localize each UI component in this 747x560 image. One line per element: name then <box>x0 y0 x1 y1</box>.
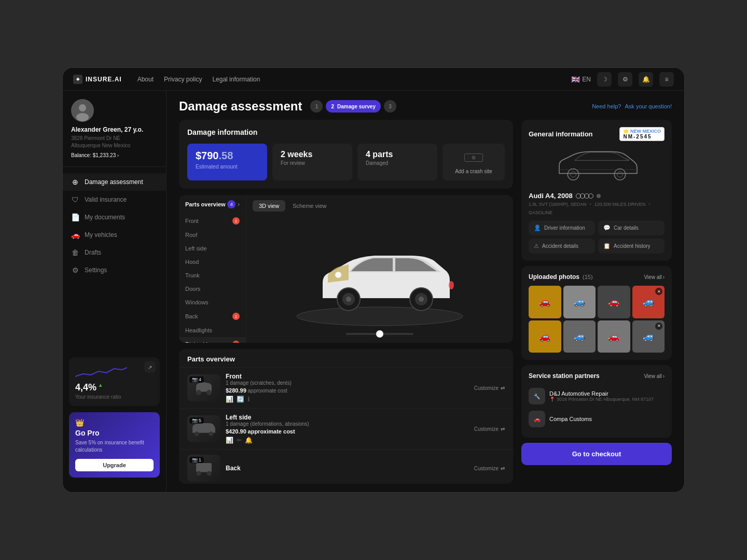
tab-3d-view[interactable]: 3D view <box>253 200 285 212</box>
svg-point-27 <box>614 169 626 180</box>
parts-chevron-icon[interactable]: › <box>238 201 240 208</box>
leftside-customize-btn[interactable]: Customize ⇄ <box>474 426 505 432</box>
photos-title: Uploaded photos <box>529 273 579 281</box>
theme-toggle[interactable]: ☽ <box>597 72 612 87</box>
step-3[interactable]: 3 <box>384 100 396 113</box>
nav-about[interactable]: About <box>137 76 154 83</box>
sidebar-item-vehicles[interactable]: 🚗 My vehicles <box>63 226 166 244</box>
photo-7[interactable]: 🚗 <box>598 320 630 353</box>
sidebar-item-drafts[interactable]: 🗑 Drafts <box>63 244 166 261</box>
checkout-button[interactable]: Go to checkout <box>521 443 672 465</box>
refresh-icon[interactable]: 🔄 <box>237 396 244 403</box>
tab-scheme-view[interactable]: Scheme view <box>286 200 333 212</box>
chart-icon[interactable]: 📊 <box>226 396 233 403</box>
photo-3[interactable]: 🚗 <box>598 286 630 318</box>
accident-details-btn[interactable]: ⚠ Accident details <box>529 239 595 254</box>
part-item-leftside[interactable]: Left side <box>179 242 246 255</box>
upgrade-button[interactable]: Upgrade <box>75 459 154 471</box>
front-badge: 1 <box>232 217 240 225</box>
parts-list-title: Parts overview <box>185 201 226 207</box>
car-illustration <box>529 146 665 188</box>
back-part-info: Back <box>226 465 469 472</box>
partner-dj-info: D&J Automotive Repair 📍 3016 Princeton D… <box>549 390 654 402</box>
leftside-thumbnail: 📷 5 <box>187 415 220 442</box>
svg-point-21 <box>209 431 213 436</box>
info-icon[interactable]: ℹ <box>247 396 250 403</box>
svg-point-9 <box>297 307 463 326</box>
car-view-area: 3D view Scheme view <box>246 195 513 343</box>
sidebar-item-settings[interactable]: ⚙ Settings <box>63 261 166 279</box>
driver-info-btn[interactable]: 👤 Driver information <box>529 220 595 235</box>
nav-right: 🇬🇧 EN ☽ ⚙ 🔔 ≡ <box>571 72 674 87</box>
front-part-cost: $280.99 approximate cost <box>226 387 469 394</box>
logo-text: INSURE.AI <box>86 76 122 83</box>
part-item-doors[interactable]: Doors <box>179 282 246 296</box>
photo-2[interactable]: 🚙 <box>563 286 596 318</box>
estimated-amount-card: $790.58 Estimated amount <box>187 144 267 180</box>
part-item-back-detail: 📷 1 Back Customize ⇄ <box>179 449 513 484</box>
photo-8[interactable]: 🚙 ✕ <box>632 320 665 353</box>
partners-view-all[interactable]: View all › <box>644 373 665 379</box>
user-address: 3828 Piermont Dr NE Albuquerque New Mexi… <box>71 135 158 149</box>
documents-icon: 📄 <box>71 213 79 221</box>
partner-compa-info: Compa Customs <box>549 416 592 422</box>
notifications-icon[interactable]: 🔔 <box>639 72 653 87</box>
rotate-thumb[interactable] <box>376 330 383 338</box>
drafts-icon: 🗑 <box>71 248 79 257</box>
right-panel: General information 🌟 NEW MEXICO NM-2545 <box>521 120 672 484</box>
part-item-hood[interactable]: Hood <box>179 255 246 269</box>
part-item-roof[interactable]: Roof <box>179 228 246 242</box>
settings-icon[interactable]: ⚙ <box>618 72 632 87</box>
chart-icon[interactable]: 📊 <box>226 437 233 444</box>
accident-history-btn[interactable]: 📋 Accident history <box>598 239 665 254</box>
review-weeks: 2 weeks <box>281 150 344 159</box>
photo-1[interactable]: 🚗 <box>529 286 561 318</box>
crash-site-btn[interactable]: Add a crash site <box>442 144 505 180</box>
car-3d-view[interactable] <box>246 212 513 343</box>
car-details-icon: 💬 <box>603 225 611 231</box>
crown-icon: 👑 <box>75 418 154 427</box>
left-panel: Damage information $790.58 Estimated amo… <box>179 120 513 484</box>
damage-info-card: Damage information $790.58 Estimated amo… <box>179 120 513 189</box>
photos-view-all[interactable]: View all › <box>644 274 665 280</box>
status-dot <box>597 194 601 198</box>
bell-icon[interactable]: 🔔 <box>245 437 253 444</box>
front-action-icons: 📊 🔄 ℹ <box>226 396 469 403</box>
part-item-leftside-detail: 📷 5 Left side 1 damage (deformations, ab… <box>179 408 513 449</box>
front-customize-btn[interactable]: Customize ⇄ <box>474 385 505 391</box>
part-item-rightside[interactable]: Right side 1 <box>179 337 246 343</box>
step-1[interactable]: 1 <box>310 100 323 113</box>
widget-chart <box>75 363 154 379</box>
photos-grid: 🚗 🚙 🚗 🚙 ✕ <box>529 286 665 353</box>
review-weeks-card: 2 weeks For review <box>272 144 352 180</box>
photo-4[interactable]: 🚙 ✕ <box>632 286 665 318</box>
svg-point-16 <box>449 281 454 289</box>
menu-icon[interactable]: ≡ <box>659 72 674 87</box>
photo-5[interactable]: 🚗 <box>529 320 561 353</box>
part-item-windows[interactable]: Windows <box>179 296 246 309</box>
sidebar-item-damage[interactable]: ⊕ Damage assessment <box>63 173 166 191</box>
review-label: For review <box>281 160 344 166</box>
part-item-trunk[interactable]: Trunk <box>179 269 246 282</box>
parts-overview-section: Parts overview 📷 4 Front <box>179 349 513 484</box>
nav-privacy[interactable]: Privacy policy <box>164 76 202 83</box>
svg-point-20 <box>195 431 199 436</box>
nav-legal[interactable]: Legal information <box>212 76 260 83</box>
photo-6[interactable]: 🚙 <box>563 320 596 353</box>
back-customize-btn[interactable]: Customize ⇄ <box>474 466 505 471</box>
info-buttons: 👤 Driver information 💬 Car details ⚠ Acc… <box>529 220 665 254</box>
car-details-btn[interactable]: 💬 Car details <box>598 220 665 235</box>
rotate-track[interactable] <box>346 333 413 335</box>
part-item-back[interactable]: Back 1 <box>179 309 246 324</box>
svg-point-12 <box>346 297 351 302</box>
partners-title: Service station partners <box>529 372 600 380</box>
sidebar-item-insurance[interactable]: 🛡 Valid insurance <box>63 191 166 208</box>
language-selector[interactable]: 🇬🇧 EN <box>571 75 591 83</box>
sidebar-item-documents[interactable]: 📄 My documents <box>63 208 166 226</box>
part-item-front[interactable]: Front 1 <box>179 214 246 228</box>
part-item-headlights[interactable]: Headlights <box>179 324 246 337</box>
step-2[interactable]: 2 Damage survey <box>326 100 381 113</box>
stepper: 1 2 Damage survey 3 <box>310 100 396 113</box>
edit-icon[interactable]: ✏ <box>237 437 242 444</box>
page-header: Damage assessment 1 2 Damage survey 3 Ne… <box>167 91 684 120</box>
